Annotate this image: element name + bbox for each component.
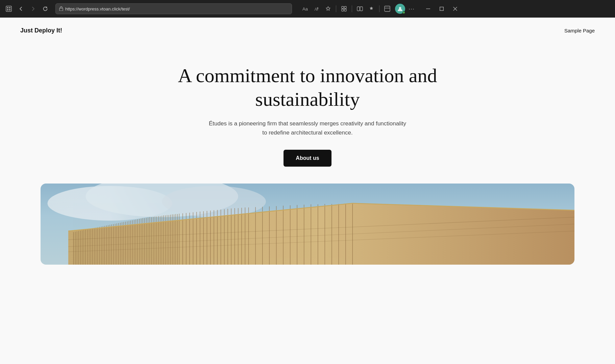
svg-rect-2 <box>9 7 10 8</box>
profile-badge <box>402 11 405 14</box>
sample-page-link[interactable]: Sample Page <box>564 28 595 33</box>
more-options-button[interactable]: ··· <box>407 4 417 14</box>
svg-rect-9 <box>342 9 344 11</box>
svg-rect-10 <box>344 9 346 11</box>
architecture-image <box>41 184 574 265</box>
hero-title: A commitment to innovation and sustainab… <box>172 64 443 111</box>
browser-chrome: https://wordpress.vtoan.click/test/ Aa A <box>0 0 615 18</box>
site-nav: Sample Page <box>564 28 595 34</box>
site-header: Just Deploy It! Sample Page <box>0 18 615 44</box>
toolbar-divider-3 <box>379 5 379 12</box>
site-logo[interactable]: Just Deploy It! <box>20 27 62 34</box>
about-us-button[interactable]: About us <box>284 150 331 167</box>
svg-rect-13 <box>385 6 390 11</box>
refresh-button[interactable] <box>41 4 50 14</box>
hero-image <box>41 184 574 265</box>
svg-rect-16 <box>440 7 444 11</box>
svg-rect-3 <box>7 9 8 10</box>
svg-rect-1 <box>7 7 8 8</box>
immersive-reader-button[interactable]: A <box>312 4 322 14</box>
profile-icon[interactable] <box>395 4 405 14</box>
address-bar-url: https://wordpress.vtoan.click/test/ <box>65 6 288 11</box>
svg-rect-12 <box>360 7 363 11</box>
favorites-bar-button[interactable] <box>366 4 376 14</box>
svg-rect-4 <box>9 9 10 10</box>
back-button[interactable] <box>16 4 26 14</box>
svg-rect-11 <box>357 7 360 11</box>
browser-view-button[interactable] <box>382 4 392 14</box>
extensions-button[interactable] <box>339 4 349 14</box>
svg-rect-0 <box>6 6 11 11</box>
address-bar[interactable]: https://wordpress.vtoan.click/test/ <box>55 3 292 14</box>
forward-button[interactable] <box>28 4 38 14</box>
svg-rect-7 <box>342 6 344 8</box>
split-screen-button[interactable] <box>355 4 365 14</box>
svg-rect-8 <box>344 6 346 8</box>
svg-text:A: A <box>314 7 317 11</box>
browser-window-icon <box>4 4 14 14</box>
minimize-button[interactable] <box>422 4 434 14</box>
webpage: Just Deploy It! Sample Page A commitment… <box>0 18 615 364</box>
svg-rect-5 <box>59 8 63 11</box>
maximize-button[interactable] <box>436 4 448 14</box>
toolbar-icons: Aa A <box>300 4 417 14</box>
window-controls <box>422 4 461 14</box>
reading-view-button[interactable]: Aa <box>300 4 310 14</box>
toolbar-divider-1 <box>336 5 336 12</box>
hero-subtitle: Études is a pioneering firm that seamles… <box>206 119 409 137</box>
address-bar-container: https://wordpress.vtoan.click/test/ <box>55 3 292 14</box>
close-button[interactable] <box>449 4 461 14</box>
hero-section: A commitment to innovation and sustainab… <box>0 44 615 184</box>
lock-icon <box>59 6 63 12</box>
toolbar-divider-2 <box>352 5 352 12</box>
favorites-button[interactable] <box>323 4 333 14</box>
